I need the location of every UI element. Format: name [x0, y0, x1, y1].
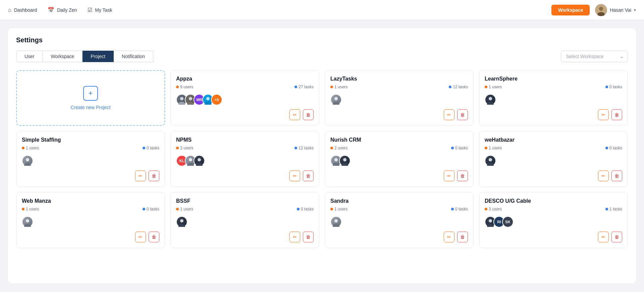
- users-dot: [485, 147, 487, 149]
- edit-button[interactable]: ✏: [289, 109, 300, 120]
- edit-button[interactable]: ✏: [598, 171, 609, 181]
- tasks-count: 0 tasks: [609, 85, 622, 89]
- edit-button[interactable]: ✏: [135, 232, 146, 242]
- meta-tasks: 0 tasks: [451, 146, 468, 150]
- svg-point-24: [487, 163, 494, 166]
- svg-point-21: [343, 158, 346, 161]
- tab-user[interactable]: User: [16, 51, 43, 62]
- svg-point-26: [24, 224, 31, 227]
- nav-dashboard[interactable]: ⌂ Dashboard: [8, 7, 37, 13]
- project-card-nurish-crm: Nurish CRM 2 users 0 tasks: [325, 131, 474, 187]
- meta-users: 1 users: [485, 146, 502, 150]
- meta-users: 1 users: [330, 207, 347, 211]
- user-menu-chevron: ▾: [634, 8, 636, 12]
- svg-point-13: [26, 158, 29, 161]
- svg-point-25: [26, 219, 29, 223]
- avatars-row: [485, 94, 622, 105]
- users-count: 3 users: [180, 146, 193, 150]
- project-meta: 3 users 1 tasks: [485, 207, 622, 211]
- users-dot: [176, 208, 179, 210]
- svg-point-27: [180, 219, 183, 223]
- project-card-learnsphere: LearnSphere 1 users 0 tasks: [479, 70, 628, 126]
- tasks-count: 1 tasks: [609, 207, 622, 211]
- svg-point-12: [487, 102, 494, 105]
- tab-project[interactable]: Project: [83, 51, 114, 62]
- delete-button[interactable]: 🗑: [457, 171, 468, 181]
- delete-button[interactable]: 🗑: [457, 232, 468, 242]
- workspace-select-wrap: Select Workspace: [561, 51, 628, 62]
- create-project-card[interactable]: + Create new Project: [16, 70, 165, 126]
- tab-workspace[interactable]: Workspace: [43, 51, 83, 62]
- meta-users: 1 users: [22, 146, 39, 150]
- workspace-button[interactable]: Workspace: [551, 5, 590, 15]
- project-meta: 3 users 12 tasks: [176, 146, 314, 150]
- project-card-lazytasks: LazyTasks 1 users 12 tasks: [325, 70, 474, 126]
- card-header: Sandra: [330, 198, 468, 204]
- project-meta: 1 users 0 tasks: [176, 207, 314, 211]
- edit-button[interactable]: ✏: [444, 171, 454, 181]
- edit-button[interactable]: ✏: [289, 171, 300, 181]
- card-header: LazyTasks: [330, 76, 468, 82]
- delete-button[interactable]: 🗑: [457, 109, 468, 120]
- delete-button[interactable]: 🗑: [303, 109, 314, 120]
- edit-button[interactable]: ✏: [135, 171, 146, 181]
- nav-my-task[interactable]: ☑ My Task: [88, 7, 112, 13]
- project-meta: 1 users 0 tasks: [22, 146, 159, 150]
- card-actions: ✏ 🗑: [22, 232, 159, 242]
- users-count: 3 users: [489, 207, 502, 211]
- project-name: Web Manza: [22, 198, 51, 204]
- tasks-dot: [605, 147, 608, 149]
- edit-button[interactable]: ✏: [289, 232, 300, 242]
- avatars-row: MR +5: [176, 94, 314, 105]
- edit-button[interactable]: ✏: [598, 109, 609, 120]
- delete-button[interactable]: 🗑: [611, 232, 622, 242]
- svg-point-3: [180, 97, 183, 100]
- card-header: Nurish CRM: [330, 137, 468, 143]
- avatars-row: KL: [176, 155, 314, 166]
- tasks-count: 0 tasks: [455, 207, 468, 211]
- workspace-select[interactable]: Select Workspace: [561, 51, 628, 62]
- card-actions: ✏ 🗑: [176, 171, 314, 181]
- tasks-dot: [294, 147, 297, 149]
- project-name: Simple Staffing: [22, 137, 61, 143]
- project-name: DESCO U/G Cable: [485, 198, 531, 204]
- project-name: LearnSphere: [485, 76, 518, 82]
- nav-daily-zen[interactable]: 📅 Daily Zen: [48, 7, 77, 13]
- svg-point-29: [334, 219, 338, 223]
- workspace-select-wrapper: Select Workspace: [561, 51, 628, 62]
- card-actions: ✏ 🗑: [330, 232, 468, 242]
- card-actions: ✏ 🗑: [330, 171, 468, 181]
- dashboard-icon: ⌂: [8, 7, 11, 13]
- delete-button[interactable]: 🗑: [149, 232, 159, 242]
- tasks-dot: [605, 86, 608, 88]
- users-dot: [176, 86, 179, 88]
- edit-button[interactable]: ✏: [444, 232, 454, 242]
- projects-grid: + Create new Project Appza 9 users 27 ta…: [16, 70, 628, 248]
- tasks-count: 27 tasks: [299, 85, 314, 89]
- edit-button[interactable]: ✏: [598, 232, 609, 242]
- users-count: 1 users: [26, 207, 39, 211]
- card-actions: ✏ 🗑: [22, 171, 159, 181]
- delete-button[interactable]: 🗑: [611, 171, 622, 181]
- user-menu[interactable]: Hasan Vai ▾: [595, 4, 636, 16]
- tasks-count: 0 tasks: [609, 146, 622, 150]
- svg-point-32: [487, 224, 494, 227]
- avatar: [176, 216, 187, 228]
- users-count: 2 users: [334, 146, 347, 150]
- avatar: [485, 155, 496, 166]
- edit-button[interactable]: ✏: [444, 109, 454, 120]
- meta-users: 1 users: [22, 207, 39, 211]
- card-header: Web Manza: [22, 198, 159, 204]
- delete-button[interactable]: 🗑: [303, 232, 314, 242]
- tab-notification[interactable]: Notification: [114, 51, 153, 62]
- project-name: Nurish CRM: [330, 137, 361, 143]
- delete-button[interactable]: 🗑: [611, 109, 622, 120]
- delete-button[interactable]: 🗑: [149, 171, 159, 181]
- meta-tasks: 12 tasks: [294, 146, 314, 150]
- nav-right: Workspace Hasan Vai ▾: [551, 4, 636, 16]
- project-card-web-manza: Web Manza 1 users 0 tasks: [16, 192, 165, 248]
- tasks-dot: [451, 147, 454, 149]
- delete-button[interactable]: 🗑: [303, 171, 314, 181]
- users-count: 1 users: [26, 146, 39, 150]
- svg-point-23: [489, 158, 492, 161]
